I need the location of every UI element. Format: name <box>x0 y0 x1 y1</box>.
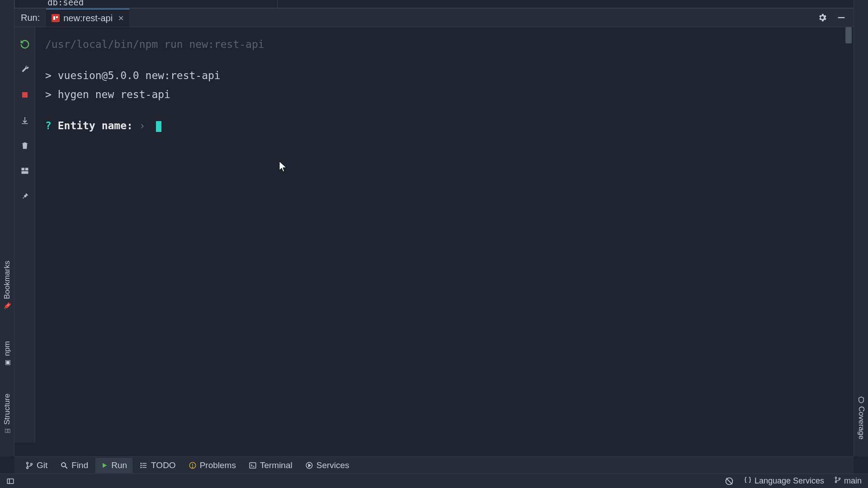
svg-marker-23 <box>308 464 311 467</box>
download-icon[interactable] <box>19 115 30 126</box>
svg-rect-1 <box>22 92 28 98</box>
braces-icon <box>744 476 752 486</box>
svg-point-7 <box>31 463 33 465</box>
prompt-label: Entity name: <box>58 120 133 131</box>
gear-icon[interactable] <box>817 13 827 23</box>
close-icon[interactable]: ✕ <box>118 14 124 23</box>
svg-point-14 <box>141 463 142 464</box>
left-tool-rail: 🔖 Bookmarks ▣ npm ⌸ Structure <box>0 0 14 456</box>
editor-peek-text: db:seed <box>47 0 84 7</box>
bottombar-label: Problems <box>200 460 236 470</box>
bottombar-label: TODO <box>151 460 176 470</box>
sidebar-item-coverage[interactable]: Coverage <box>854 386 868 450</box>
sidebar-label: Coverage <box>857 406 866 440</box>
console-line: > hygen new rest-api <box>45 85 835 104</box>
status-bar: Language Services main <box>0 474 868 488</box>
console-prompt-line[interactable]: ? Entity name: › <box>45 117 835 135</box>
bottombar-label: Run <box>111 460 127 470</box>
editor-peek: db:seed <box>14 0 860 8</box>
svg-point-30 <box>839 478 840 479</box>
svg-point-6 <box>27 467 28 469</box>
shield-icon <box>857 396 866 404</box>
rerun-button[interactable] <box>19 39 30 50</box>
bottombar-run[interactable]: Run <box>95 458 132 473</box>
bottombar-terminal[interactable]: Terminal <box>243 458 298 473</box>
run-panel-header: Run: new:rest-api ✕ <box>14 8 854 27</box>
play-icon <box>101 462 108 469</box>
svg-point-29 <box>835 481 836 483</box>
bottombar-label: Git <box>37 460 47 470</box>
bottombar-services[interactable]: Services <box>300 458 355 473</box>
svg-rect-20 <box>250 463 256 468</box>
npm-icon <box>52 14 60 22</box>
search-icon <box>60 461 68 469</box>
text-cursor <box>156 121 161 132</box>
svg-point-19 <box>192 467 193 468</box>
git-branch-icon <box>25 461 33 469</box>
git-branch-widget[interactable]: main <box>834 476 862 486</box>
console-output[interactable]: /usr/local/bin/npm run new:rest-api > vu… <box>35 27 845 456</box>
svg-rect-4 <box>21 171 28 174</box>
bottombar-find[interactable]: Find <box>55 458 94 473</box>
svg-point-16 <box>141 467 142 468</box>
warning-icon <box>189 461 197 469</box>
compass-off-icon[interactable] <box>725 477 734 486</box>
layout-icon[interactable] <box>19 165 30 176</box>
svg-rect-2 <box>21 168 24 170</box>
list-icon <box>140 461 148 469</box>
bottombar-label: Terminal <box>260 460 292 470</box>
console-line: > vuesion@5.0.0 new:rest-api <box>45 66 835 85</box>
wrench-icon[interactable] <box>19 64 30 75</box>
run-header-label: Run: <box>14 13 46 23</box>
right-tool-rail: Coverage <box>854 0 868 456</box>
bottombar-label: Find <box>71 460 88 470</box>
chevron-right-icon: › <box>139 120 146 131</box>
bottombar-git[interactable]: Git <box>20 458 53 473</box>
bottombar-label: Services <box>316 460 349 470</box>
svg-rect-24 <box>7 479 14 483</box>
language-services-widget[interactable]: Language Services <box>744 476 824 486</box>
editor-split-divider[interactable] <box>277 0 278 8</box>
svg-rect-3 <box>25 168 28 170</box>
sidebar-item-npm[interactable]: ▣ npm <box>0 335 14 371</box>
trash-icon[interactable] <box>19 140 30 151</box>
branch-name: main <box>844 476 862 486</box>
minimize-icon[interactable] <box>836 13 846 23</box>
svg-point-28 <box>835 477 836 479</box>
run-tool-column <box>14 27 35 443</box>
svg-marker-10 <box>103 463 107 468</box>
bookmark-icon: 🔖 <box>4 302 11 310</box>
console-scrollbar[interactable] <box>845 27 852 43</box>
run-tab[interactable]: new:rest-api ✕ <box>46 9 129 27</box>
bottom-tool-bar: Git Find Run TODO Problems Terminal Se <box>14 456 854 474</box>
sidebar-label: npm <box>3 341 12 356</box>
sidebar-item-structure[interactable]: ⌸ Structure <box>0 383 14 446</box>
svg-point-15 <box>141 465 142 466</box>
svg-point-8 <box>61 463 66 467</box>
status-label: Language Services <box>755 476 824 486</box>
prompt-question-icon: ? <box>45 120 52 131</box>
npm-rail-icon: ▣ <box>4 359 11 365</box>
stop-button[interactable] <box>19 89 30 100</box>
sidebar-label: Bookmarks <box>3 261 12 299</box>
console-command-line: /usr/local/bin/npm run new:rest-api <box>45 35 835 54</box>
sidebar-label: Structure <box>3 394 12 425</box>
run-tab-label: new:rest-api <box>63 13 113 23</box>
pin-icon[interactable] <box>19 191 30 202</box>
git-branch-icon <box>834 476 841 486</box>
svg-line-9 <box>66 466 68 469</box>
svg-point-5 <box>27 462 28 464</box>
services-icon <box>305 461 313 469</box>
structure-icon: ⌸ <box>4 430 11 433</box>
bottombar-todo[interactable]: TODO <box>134 458 181 473</box>
terminal-icon <box>249 461 257 469</box>
toolwindow-toggle-icon[interactable] <box>6 477 14 485</box>
svg-line-27 <box>726 478 732 484</box>
sidebar-item-bookmarks[interactable]: 🔖 Bookmarks <box>0 252 14 318</box>
bottombar-problems[interactable]: Problems <box>183 458 241 473</box>
